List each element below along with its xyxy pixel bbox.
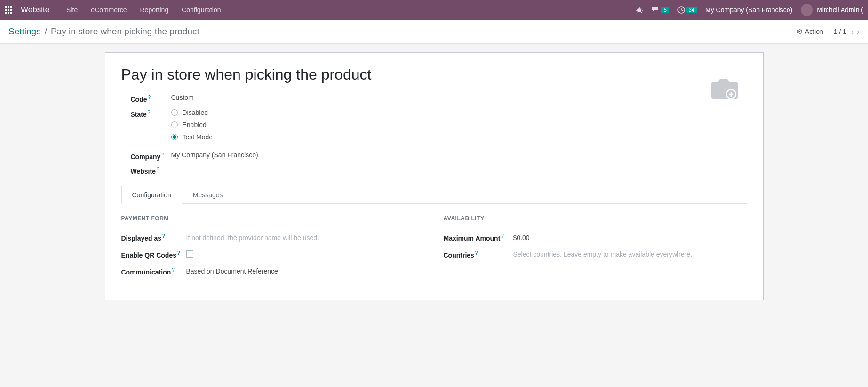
main-nav: Site eCommerce Reporting Configuration: [66, 6, 221, 14]
nav-configuration[interactable]: Configuration: [182, 6, 221, 14]
state-option-disabled[interactable]: Disabled: [171, 109, 213, 116]
help-icon[interactable]: ?: [501, 234, 504, 239]
activity-count-badge: 34: [686, 7, 697, 13]
top-navbar: Website Site eCommerce Reporting Configu…: [0, 0, 868, 20]
company-selector[interactable]: My Company (San Francisco): [705, 6, 792, 14]
tab-configuration[interactable]: Configuration: [121, 186, 182, 204]
help-icon[interactable]: ?: [172, 267, 175, 273]
page-title: Pay in store when picking the product: [121, 66, 747, 83]
radio-icon: [171, 121, 178, 128]
enable-qr-checkbox[interactable]: [186, 250, 193, 258]
displayed-as-label: Displayed as?: [121, 234, 186, 242]
breadcrumb-bar: Settings / Pay in store when picking the…: [0, 20, 868, 44]
radio-label: Test Mode: [183, 133, 213, 141]
help-icon[interactable]: ?: [177, 250, 180, 256]
nav-site[interactable]: Site: [66, 6, 78, 14]
messages-indicator[interactable]: 5: [652, 6, 669, 14]
help-icon[interactable]: ?: [162, 234, 165, 239]
action-label: Action: [805, 28, 823, 35]
gear-icon: [796, 28, 803, 35]
state-label: State?: [131, 109, 171, 118]
bug-icon[interactable]: [636, 6, 643, 14]
max-amount-label: Maximum Amount?: [444, 234, 513, 242]
state-option-test-mode[interactable]: Test Mode: [171, 133, 213, 141]
app-brand[interactable]: Website: [21, 5, 49, 15]
image-upload-placeholder[interactable]: [702, 66, 747, 111]
radio-icon: [171, 109, 178, 116]
nav-ecommerce[interactable]: eCommerce: [91, 6, 127, 14]
tabs: Configuration Messages: [121, 185, 747, 204]
radio-label: Disabled: [183, 109, 208, 116]
pager-prev[interactable]: ‹: [851, 27, 854, 37]
state-option-enabled[interactable]: Enabled: [171, 121, 213, 129]
messages-count-badge: 5: [661, 7, 669, 13]
countries-field[interactable]: Select countries. Leave empty to make av…: [513, 250, 693, 258]
code-value: Custom: [171, 94, 194, 101]
avatar: [801, 4, 813, 16]
help-icon[interactable]: ?: [148, 110, 151, 115]
help-icon[interactable]: ?: [148, 95, 151, 100]
pager-next[interactable]: ›: [857, 27, 860, 37]
action-dropdown[interactable]: Action: [796, 28, 823, 35]
user-name-label: Mitchell Admin (: [817, 6, 863, 14]
pager: 1 / 1 ‹ ›: [834, 27, 860, 37]
form-sheet: Pay in store when picking the product Co…: [105, 52, 764, 300]
user-menu[interactable]: Mitchell Admin (: [801, 4, 863, 16]
code-label: Code?: [131, 94, 171, 103]
camera-plus-icon: [710, 76, 739, 101]
help-icon[interactable]: ?: [161, 152, 164, 157]
availability-heading: AVAILABILITY: [444, 215, 747, 225]
activity-indicator[interactable]: 34: [677, 6, 697, 14]
help-icon[interactable]: ?: [475, 250, 478, 256]
displayed-as-field[interactable]: If not defined, the provider name will b…: [186, 234, 319, 242]
company-value: My Company (San Francisco): [171, 151, 258, 159]
breadcrumb-current: Pay in store when picking the product: [51, 26, 199, 37]
main-content: Pay in store when picking the product Co…: [0, 44, 868, 309]
payment-form-heading: PAYMENT FORM: [121, 215, 425, 225]
communication-label: Communication?: [121, 267, 186, 276]
apps-menu-icon[interactable]: [5, 6, 12, 14]
website-label: Website?: [131, 166, 171, 175]
pager-count: 1 / 1: [834, 28, 846, 35]
breadcrumb-separator: /: [45, 26, 47, 37]
communication-value: Based on Document Reference: [186, 267, 278, 275]
svg-point-0: [637, 8, 641, 12]
max-amount-value: $0.00: [513, 234, 530, 242]
countries-label: Countries?: [444, 250, 513, 259]
tab-messages[interactable]: Messages: [182, 186, 234, 204]
help-icon[interactable]: ?: [157, 167, 159, 172]
nav-reporting[interactable]: Reporting: [140, 6, 168, 14]
radio-label: Enabled: [183, 121, 207, 129]
radio-icon: [171, 134, 178, 140]
breadcrumb-parent[interactable]: Settings: [8, 26, 41, 37]
tab-panel-configuration: PAYMENT FORM Displayed as? If not define…: [121, 204, 747, 284]
company-label: Company?: [131, 151, 171, 161]
enable-qr-label: Enable QR Codes?: [121, 250, 186, 259]
state-radio-group: Disabled Enabled Test Mode: [171, 109, 213, 141]
